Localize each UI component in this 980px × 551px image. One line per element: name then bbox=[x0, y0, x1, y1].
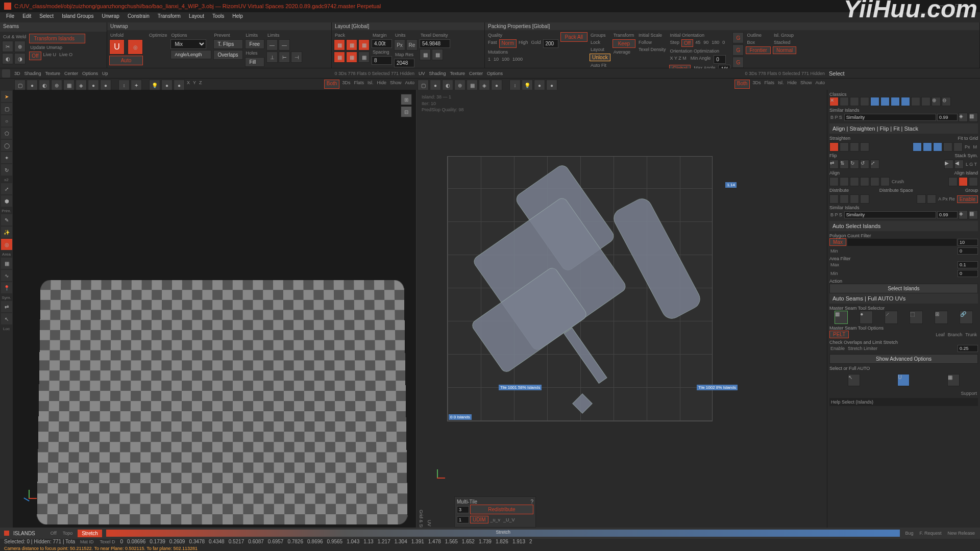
keep-button[interactable]: Keep bbox=[612, 39, 635, 48]
frontier-button[interactable]: Frontier bbox=[746, 46, 770, 54]
optimize-icon[interactable]: ◎ bbox=[128, 39, 143, 55]
constraint-1[interactable]: — bbox=[266, 39, 278, 51]
menu-island-groups[interactable]: Island Groups bbox=[58, 12, 97, 22]
menu-layout[interactable]: Layout bbox=[185, 12, 208, 22]
flip-2[interactable]: ⇅ bbox=[840, 160, 849, 169]
udim-button[interactable]: UDIM bbox=[470, 516, 488, 523]
vp3d-tool-8[interactable]: ● bbox=[100, 80, 111, 91]
max-btn[interactable]: Max bbox=[829, 238, 846, 246]
auto-grid-icon[interactable]: ▦ bbox=[947, 374, 960, 386]
constraint-5[interactable]: ⊣ bbox=[291, 52, 302, 63]
vpuv-tool-6[interactable]: ◈ bbox=[479, 80, 490, 91]
menu-help[interactable]: Help bbox=[228, 12, 247, 22]
autofit-label[interactable]: Auto Fit bbox=[590, 62, 610, 68]
flip-3[interactable]: ↻ bbox=[850, 160, 859, 169]
tool-cursor[interactable]: ↖ bbox=[1, 313, 12, 324]
high-label[interactable]: High bbox=[518, 39, 529, 48]
nav-cube-1[interactable]: ⊞ bbox=[401, 94, 412, 105]
menu-unwrap[interactable]: Unwrap bbox=[97, 12, 123, 22]
vp3d-tool-13[interactable]: ● bbox=[174, 80, 185, 91]
menu-constrain[interactable]: Constrain bbox=[124, 12, 154, 22]
sel-11[interactable]: ⊖ bbox=[942, 97, 951, 106]
pack-btn-2[interactable]: ▦ bbox=[346, 39, 357, 51]
average-label[interactable]: Average bbox=[612, 49, 635, 55]
dist-4[interactable] bbox=[860, 194, 869, 204]
tool-target[interactable]: ◎ bbox=[1, 239, 12, 250]
vp3d-tool-12[interactable]: ● bbox=[161, 80, 173, 91]
tool-scale[interactable]: ⤢ bbox=[1, 183, 12, 194]
fit-3[interactable] bbox=[933, 142, 942, 152]
pack-btn-1[interactable]: ▦ bbox=[334, 39, 345, 51]
vp3d-tool-5[interactable]: ▦ bbox=[63, 80, 75, 91]
tflips-button[interactable]: T. Flips bbox=[213, 39, 243, 49]
vh-center[interactable]: Center bbox=[64, 71, 78, 76]
menu-tools[interactable]: Tools bbox=[208, 12, 228, 22]
vpuv-tool-11[interactable]: ● bbox=[546, 80, 557, 91]
tool-pin[interactable]: 📍 bbox=[1, 282, 12, 293]
seam-tool-1[interactable]: ◐ bbox=[2, 53, 13, 64]
g-btn-2[interactable]: G bbox=[732, 44, 744, 56]
sel-1[interactable] bbox=[840, 97, 849, 106]
tool-circle[interactable]: ○ bbox=[1, 115, 12, 127]
box-label[interactable]: Box bbox=[746, 39, 770, 45]
seam-grid-icon[interactable]: ⊞ bbox=[935, 311, 948, 324]
tool-rotate[interactable]: ↻ bbox=[1, 164, 12, 176]
tool-area[interactable]: ▦ bbox=[1, 258, 12, 269]
constraint-4[interactable]: ⊢ bbox=[279, 52, 290, 63]
texel-btn-2[interactable]: ▦ bbox=[432, 49, 443, 60]
pelt-button[interactable]: PELT bbox=[829, 331, 849, 338]
seam-link-icon[interactable]: 🔗 bbox=[960, 311, 973, 324]
dist-1[interactable] bbox=[829, 194, 839, 204]
dsp-2[interactable] bbox=[927, 194, 936, 204]
fit-4[interactable] bbox=[943, 142, 952, 152]
vp3d-tool-2[interactable]: ● bbox=[27, 80, 38, 91]
sel-10[interactable]: ⊕ bbox=[932, 97, 941, 106]
fit-2[interactable] bbox=[923, 142, 932, 152]
tool-magic[interactable]: ✨ bbox=[1, 227, 12, 238]
vpuv-tool-8[interactable]: ↕ bbox=[509, 80, 521, 91]
sel-2[interactable] bbox=[850, 97, 859, 106]
tool-sym[interactable]: ⇄ bbox=[1, 301, 12, 312]
vh-options[interactable]: Options bbox=[82, 71, 98, 76]
vh-3d-icon[interactable] bbox=[2, 69, 10, 78]
px-btn[interactable]: Px bbox=[394, 39, 405, 51]
stack-2[interactable]: ◀ bbox=[954, 160, 964, 169]
arrow-tool[interactable]: ➤ bbox=[1, 91, 12, 102]
tool-poly[interactable]: ⬠ bbox=[1, 128, 12, 139]
vh-uv[interactable]: UV bbox=[419, 71, 425, 76]
mapres-input[interactable] bbox=[394, 59, 414, 67]
both-btn-3d[interactable]: Both bbox=[324, 80, 340, 89]
uv-island-4[interactable] bbox=[610, 195, 703, 322]
auto-button[interactable]: Auto bbox=[109, 56, 143, 65]
vh-up[interactable]: Up bbox=[102, 71, 108, 76]
al-3[interactable] bbox=[850, 177, 859, 186]
follow-label[interactable]: Follow bbox=[638, 39, 667, 45]
texel-btn-1[interactable]: ▦ bbox=[420, 49, 431, 60]
vp3d-tool-11[interactable]: 💡 bbox=[149, 80, 160, 91]
gold-input[interactable] bbox=[543, 39, 558, 48]
lock-label[interactable]: Lock bbox=[590, 39, 610, 45]
str-4[interactable] bbox=[860, 142, 869, 152]
sel-7[interactable] bbox=[901, 97, 910, 106]
sel-5[interactable] bbox=[880, 97, 890, 106]
seam-sharp-icon[interactable]: ⟋ bbox=[885, 311, 898, 324]
vh-uvshading[interactable]: Shading bbox=[429, 71, 446, 76]
liveo-label[interactable]: Live O bbox=[58, 52, 74, 60]
both-btn-uv[interactable]: Both bbox=[734, 80, 750, 89]
viewport-3d[interactable]: ⊞ ⊟ bbox=[13, 90, 416, 539]
vp3d-tool-6[interactable]: ◈ bbox=[76, 80, 87, 91]
simval2-input[interactable] bbox=[937, 211, 958, 218]
vpuv-tool-2[interactable]: ● bbox=[430, 80, 441, 91]
flip-4[interactable]: ↺ bbox=[860, 160, 869, 169]
str-1[interactable] bbox=[829, 142, 839, 152]
uv-island-6[interactable] bbox=[572, 393, 593, 414]
texeld-label[interactable]: Texel Density bbox=[638, 46, 667, 53]
vp3d-tool-10[interactable]: ✦ bbox=[131, 80, 142, 91]
g-btn-1[interactable]: G bbox=[732, 32, 744, 43]
sim-btn-1[interactable]: ◈ bbox=[959, 113, 968, 122]
ali-2[interactable] bbox=[959, 177, 968, 186]
norm-button[interactable]: Norm bbox=[499, 39, 517, 48]
transform-islands-button[interactable]: Transform Islands bbox=[29, 34, 85, 43]
seam-box-icon[interactable]: ⬚ bbox=[910, 311, 923, 324]
seam-mosaic-icon[interactable]: ▦ bbox=[835, 311, 848, 324]
